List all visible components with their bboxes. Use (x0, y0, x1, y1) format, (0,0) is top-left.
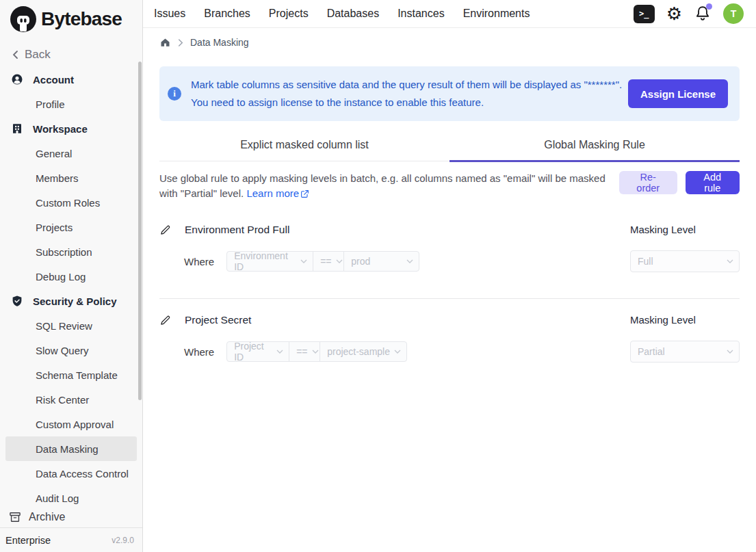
chevron-down-icon (727, 259, 733, 263)
chevron-right-icon (178, 39, 183, 47)
condition-field-select[interactable]: Project ID (226, 341, 289, 362)
sidebar-item-data-access-control[interactable]: Data Access Control (5, 461, 137, 486)
sidebar-item-schema-template[interactable]: Schema Template (5, 363, 137, 387)
sidebar: Bytebase Back Account Profile Workspace … (0, 0, 143, 552)
sidebar-item-projects[interactable]: Projects (5, 215, 137, 239)
shield-check-icon (11, 295, 23, 307)
condition-group: Environment ID == prod (226, 251, 419, 272)
sidebar-item-general[interactable]: General (5, 141, 137, 166)
condition-field-select[interactable]: Environment ID (226, 251, 313, 272)
top-bar-icons: >_ ⚙ T (634, 3, 744, 24)
sidebar-item-debug-log[interactable]: Debug Log (5, 264, 137, 289)
rule-title: Environment Prod Full (185, 224, 289, 236)
sidebar-item-subscription[interactable]: Subscription (5, 239, 137, 264)
condition-value-select[interactable]: prod (343, 251, 419, 272)
chevron-down-icon (276, 350, 283, 354)
back-button[interactable]: Back (0, 42, 142, 67)
masking-rule-card: Project Secret Masking Level Where Proje… (159, 314, 740, 363)
chevron-left-icon (11, 50, 19, 60)
rule-divider (159, 298, 740, 299)
sidebar-item-archive[interactable]: Archive (0, 507, 142, 527)
condition-operator-select[interactable]: == (289, 341, 320, 362)
sidebar-item-audit-log[interactable]: Audit Log (5, 486, 137, 507)
condition-operator-value: == (320, 256, 331, 267)
tab-explicit-masked-column-list[interactable]: Explict masked column list (159, 132, 449, 161)
sidebar-section-security-policy[interactable]: Security & Policy (5, 289, 137, 313)
nav-issues[interactable]: Issues (154, 8, 185, 20)
chevron-down-icon (727, 350, 733, 354)
notifications-bell-icon[interactable] (694, 5, 712, 23)
reorder-button[interactable]: Re-order (619, 171, 677, 194)
home-icon[interactable] (159, 37, 171, 48)
sidebar-item-sql-review[interactable]: SQL Review (5, 313, 137, 338)
condition-field-value: Environment ID (234, 250, 296, 272)
where-label: Where (184, 256, 214, 267)
banner-text: Mark table columns as sensitive data and… (191, 76, 622, 111)
section-label: Security & Policy (33, 295, 117, 307)
logo-text: Bytebase (41, 8, 122, 30)
condition-group: Project ID == project-sample (226, 341, 407, 362)
top-bar: Issues Branches Projects Databases Insta… (143, 0, 756, 28)
sidebar-item-slow-query[interactable]: Slow Query (5, 338, 137, 363)
nav-databases[interactable]: Databases (327, 8, 380, 20)
condition-value: project-sample (327, 346, 390, 357)
version-label: v2.9.0 (112, 536, 134, 545)
bytebase-logo[interactable]: Bytebase (0, 0, 142, 38)
add-rule-button[interactable]: Add rule (686, 171, 740, 194)
settings-gear-icon[interactable]: ⚙ (666, 5, 682, 23)
masking-level-select[interactable]: Partial (630, 341, 740, 363)
condition-field-value: Project ID (234, 341, 272, 363)
avatar-initial: T (731, 8, 737, 19)
rules-toolbar: Use global rule to apply masking levels … (159, 171, 740, 201)
breadcrumb-page: Data Masking (190, 37, 249, 48)
nav-projects[interactable]: Projects (269, 8, 309, 20)
sidebar-item-custom-roles[interactable]: Custom Roles (5, 190, 137, 215)
chevron-down-icon (300, 259, 307, 263)
masking-rule-card: Environment Prod Full Masking Level Wher… (159, 224, 740, 272)
section-label: Account (33, 74, 74, 86)
tab-global-masking-rule[interactable]: Global Masking Rule (449, 132, 740, 161)
back-label: Back (25, 48, 51, 62)
bytebase-logo-icon (10, 5, 37, 33)
chevron-down-icon (312, 350, 319, 354)
archive-label: Archive (29, 511, 65, 523)
page-content: Data Masking i Mark table columns as sen… (143, 28, 756, 363)
chevron-down-icon (406, 259, 413, 263)
sidebar-section-workspace[interactable]: Workspace (5, 116, 137, 141)
edit-rule-icon[interactable] (159, 315, 171, 326)
sidebar-item-data-masking[interactable]: Data Masking (5, 436, 137, 461)
condition-value-select[interactable]: project-sample (320, 341, 407, 362)
tabs: Explict masked column list Global Maskin… (159, 132, 740, 161)
building-icon (11, 122, 23, 135)
edit-rule-icon[interactable] (159, 224, 171, 236)
info-icon: i (168, 87, 181, 101)
masking-level-label: Masking Level (630, 314, 696, 326)
rule-title: Project Secret (185, 314, 251, 326)
rule-header: Project Secret Masking Level (159, 314, 740, 326)
nav-branches[interactable]: Branches (204, 8, 250, 20)
condition-operator-select[interactable]: == (313, 251, 344, 272)
masking-level-value: Full (638, 256, 653, 267)
masking-level-select[interactable]: Full (630, 250, 740, 272)
banner-line2: You need to assign license to the instan… (191, 94, 622, 111)
bytebase-app: Bytebase Back Account Profile Workspace … (0, 0, 756, 552)
main-area: Issues Branches Projects Databases Insta… (143, 0, 756, 552)
learn-more-link[interactable]: Learn more (246, 186, 309, 201)
terminal-glyph: >_ (639, 9, 649, 18)
nav-instances[interactable]: Instances (397, 8, 444, 20)
sidebar-item-custom-approval[interactable]: Custom Approval (5, 412, 137, 436)
sidebar-scrollbar[interactable] (138, 62, 142, 400)
rule-body: Where Environment ID == prod (159, 250, 740, 272)
rule-body: Where Project ID == project-sa (159, 341, 740, 363)
sidebar-item-members[interactable]: Members (5, 166, 137, 190)
assign-license-button[interactable]: Assign License (628, 79, 728, 108)
sidebar-nav: Back Account Profile Workspace General M… (0, 38, 142, 507)
sidebar-item-profile[interactable]: Profile (5, 92, 137, 116)
section-label: Workspace (33, 123, 88, 135)
sidebar-section-account[interactable]: Account (5, 67, 137, 92)
user-avatar[interactable]: T (723, 3, 744, 24)
nav-environments[interactable]: Environments (463, 8, 530, 20)
plan-label: Enterprise (5, 535, 51, 546)
sql-editor-terminal-icon[interactable]: >_ (634, 5, 655, 23)
sidebar-item-risk-center[interactable]: Risk Center (5, 387, 137, 412)
